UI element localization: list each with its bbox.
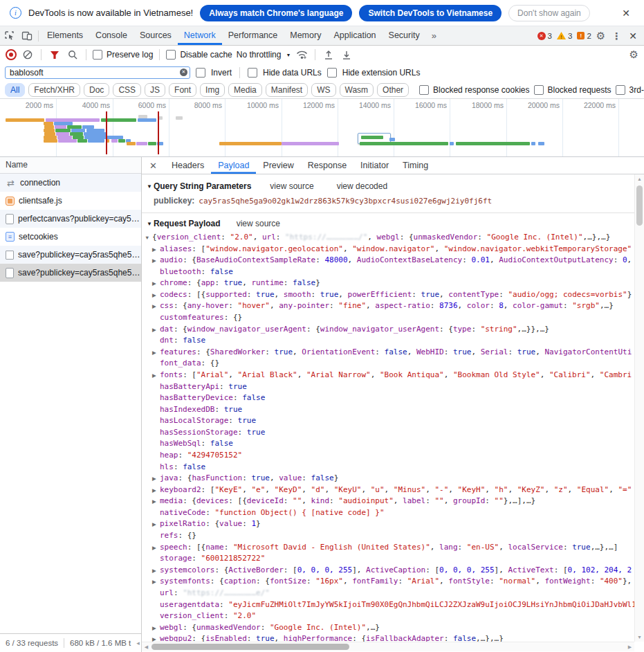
- payload-line[interactable]: ▶systemcolors: {ActiveBorder: [0, 0, 0, …: [142, 565, 634, 577]
- payload-line[interactable]: ▶systemfonts: {caption: {fontSize: "16px…: [142, 576, 634, 588]
- payload-line[interactable]: ▶speech: [{name: "Microsoft David - Engl…: [142, 542, 634, 554]
- detail-tab-initiator[interactable]: Initiator: [353, 157, 396, 174]
- switch-devtools-vietnamese-button[interactable]: Switch DevTools to Vietnamese: [359, 5, 502, 21]
- expand-arrow-icon[interactable]: ▶: [152, 634, 160, 642]
- blocked-requests-checkbox[interactable]: [534, 85, 544, 95]
- filter-input[interactable]: [5, 66, 190, 79]
- expand-arrow-icon[interactable]: ▶: [152, 543, 160, 554]
- payload-line[interactable]: ▶chrome: {app: true, runtime: false}: [142, 278, 634, 289]
- issues-badge[interactable]: ! 2: [577, 32, 591, 40]
- import-har-icon[interactable]: [322, 48, 335, 62]
- error-badge[interactable]: ✕ 3: [537, 32, 552, 40]
- scroll-down-icon[interactable]: ▼: [635, 633, 644, 642]
- filter-funnel-icon[interactable]: [48, 48, 62, 62]
- detail-tab-preview[interactable]: Preview: [256, 157, 300, 174]
- scroll-left-icon[interactable]: ◀: [142, 642, 151, 651]
- collapse-arrow-icon[interactable]: ▼: [147, 183, 152, 190]
- chip-ws[interactable]: WS: [311, 83, 335, 97]
- vertical-scrollbar-thumb[interactable]: [636, 185, 643, 226]
- chip-img[interactable]: Img: [200, 83, 225, 97]
- payload-line[interactable]: ▶keyboard2: ["KeyE", "e", "KeyD", "d", "…: [142, 485, 634, 496]
- 3rd-party-requests-checkbox[interactable]: [616, 85, 625, 95]
- chip-fetch-xhr[interactable]: Fetch/XHR: [28, 83, 80, 97]
- detail-tab-payload[interactable]: Payload: [211, 157, 256, 174]
- expand-arrow-icon[interactable]: ▶: [152, 519, 160, 530]
- throttling-dropdown[interactable]: No throttling ▼: [237, 50, 291, 60]
- vertical-scrollbar[interactable]: ▲ ▼: [634, 174, 644, 642]
- record-network-log-icon[interactable]: [6, 49, 17, 60]
- more-options-icon[interactable]: ⋮: [610, 30, 623, 42]
- expand-arrow-icon[interactable]: ▶: [152, 623, 160, 634]
- payload-line[interactable]: ▶java: {hasFunction: true, value: false}: [142, 473, 634, 485]
- disable-cache-label[interactable]: Disable cache: [180, 50, 232, 60]
- 3rd-party-requests-label[interactable]: 3rd-party requests: [629, 85, 644, 95]
- inspect-element-icon[interactable]: [0, 27, 18, 45]
- payload-line[interactable]: ▶css: {any-hover: "hover", any-pointer: …: [142, 300, 634, 312]
- preserve-log-label[interactable]: Preserve log: [107, 50, 153, 60]
- hide-extension-urls-checkbox[interactable]: [327, 68, 337, 78]
- chip-font[interactable]: Font: [169, 83, 196, 97]
- request-row[interactable]: connection: [0, 174, 141, 192]
- chip-other[interactable]: Other: [377, 83, 409, 97]
- payload-line[interactable]: ▶aliases: ["window.navigator.geolocation…: [142, 244, 634, 255]
- detail-tab-timing[interactable]: Timing: [396, 157, 435, 174]
- blocked-response-cookies-label[interactable]: Blocked response cookies: [433, 85, 529, 95]
- search-icon[interactable]: [66, 48, 80, 62]
- detail-tab-headers[interactable]: Headers: [165, 157, 211, 174]
- match-chrome-language-button[interactable]: Always match Chrome's language: [200, 5, 352, 21]
- collapse-arrow-icon[interactable]: ▼: [145, 233, 152, 244]
- request-row[interactable]: clientsafe.js: [0, 192, 141, 210]
- chip-manifest[interactable]: Manifest: [266, 83, 308, 97]
- network-conditions-icon[interactable]: [295, 48, 309, 62]
- scroll-left-icon[interactable]: ◂: [136, 640, 140, 646]
- tab-memory[interactable]: Memory: [284, 26, 327, 45]
- payload-line[interactable]: ▶fonts: ["Arial", "Arial Black", "Arial …: [142, 370, 634, 381]
- blocked-requests-label[interactable]: Blocked requests: [548, 85, 611, 95]
- expand-arrow-icon[interactable]: ▶: [152, 370, 160, 381]
- payload-line[interactable]: ▶pixelRatio: {value: 1}: [142, 518, 634, 530]
- name-column-header[interactable]: Name: [0, 157, 141, 174]
- tab-elements[interactable]: Elements: [41, 26, 89, 45]
- hide-data-urls-label[interactable]: Hide data URLs: [263, 68, 322, 78]
- chip-media[interactable]: Media: [228, 83, 262, 97]
- payload-line[interactable]: ▼{version_client: "2.0", url: "https://……: [142, 232, 634, 244]
- disable-cache-checkbox[interactable]: [166, 50, 176, 60]
- expand-arrow-icon[interactable]: ▶: [152, 255, 160, 266]
- tab-performance[interactable]: Performance: [222, 26, 284, 45]
- preserve-log-checkbox[interactable]: [93, 50, 102, 60]
- scroll-up-icon[interactable]: ▲: [635, 174, 644, 183]
- payload-line[interactable]: ▶features: {SharedWorker: true, Orientat…: [142, 347, 634, 359]
- clear-filter-icon[interactable]: ✕: [180, 69, 187, 76]
- hide-extension-urls-label[interactable]: Hide extension URLs: [342, 68, 421, 78]
- payload-line[interactable]: ▶dat: {window_navigator_userAgent: {wind…: [142, 324, 634, 336]
- expand-arrow-icon[interactable]: ▶: [152, 485, 160, 496]
- network-settings-gear-icon[interactable]: ⚙: [629, 48, 638, 61]
- chip-wasm[interactable]: Wasm: [340, 83, 374, 97]
- invert-checkbox[interactable]: [196, 68, 205, 78]
- expand-arrow-icon[interactable]: ▶: [152, 244, 160, 255]
- chip-js[interactable]: JS: [145, 83, 165, 97]
- detail-tab-response[interactable]: Response: [301, 157, 353, 174]
- settings-gear-icon[interactable]: ⚙: [596, 30, 605, 42]
- tab-network[interactable]: Network: [178, 26, 222, 45]
- expand-arrow-icon[interactable]: ▶: [152, 290, 160, 301]
- tab-application[interactable]: Application: [327, 26, 382, 45]
- close-detail-icon[interactable]: ✕: [142, 161, 165, 171]
- request-row[interactable]: save?publickey=cay5ras5qhe5…: [0, 264, 141, 282]
- expand-arrow-icon[interactable]: ▶: [152, 278, 160, 289]
- dont-show-again-button[interactable]: Don't show again: [508, 5, 590, 21]
- expand-arrow-icon[interactable]: ▶: [152, 577, 160, 588]
- request-row[interactable]: perfectcanvas?publickey=cay5…: [0, 210, 141, 228]
- invert-label[interactable]: Invert: [211, 68, 232, 78]
- request-row[interactable]: save?publickey=cay5ras5qhe5…: [0, 246, 141, 264]
- expand-arrow-icon[interactable]: ▶: [152, 473, 160, 485]
- payload-line[interactable]: ▶media: {devices: [{deviceId: "", kind: …: [142, 496, 634, 507]
- payload-line[interactable]: ▶codecs: [{supported: true, smooth: true…: [142, 289, 634, 301]
- network-overview-timeline[interactable]: 2000 ms4000 ms6000 ms8000 ms10000 ms1200…: [0, 99, 644, 157]
- expand-arrow-icon[interactable]: ▶: [152, 301, 160, 312]
- payload-line[interactable]: ▶webgl: {unmaskedVendor: "Google Inc. (I…: [142, 622, 634, 634]
- collapse-arrow-icon[interactable]: ▼: [147, 221, 152, 227]
- expand-arrow-icon[interactable]: ▶: [152, 565, 160, 577]
- query-string-title[interactable]: ▼Query String Parameters: [147, 181, 251, 191]
- expand-arrow-icon[interactable]: ▶: [152, 496, 160, 507]
